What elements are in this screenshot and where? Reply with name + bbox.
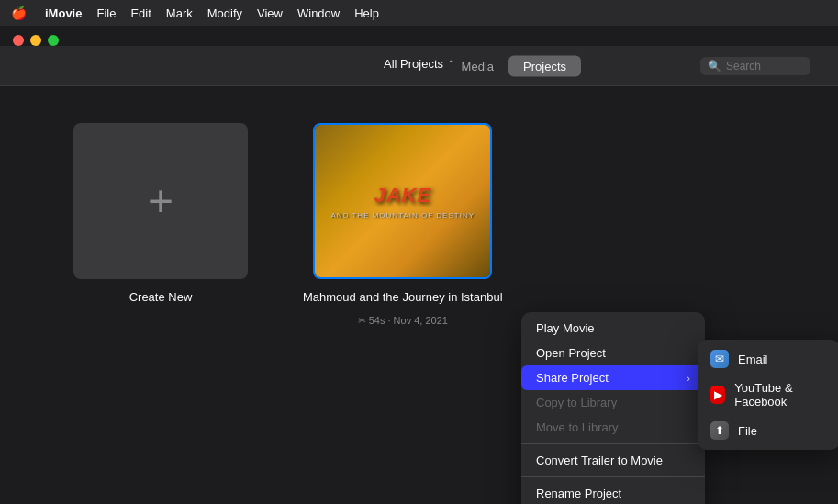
project-meta: ✂ 54s · Nov 4, 2021 [358, 315, 448, 327]
ctx-move-to-library: Move to Library [521, 415, 705, 440]
menu-window[interactable]: Window [297, 6, 340, 20]
menu-bar: 🍎 iMovie File Edit Mark Modify View Wind… [0, 0, 838, 26]
menu-help[interactable]: Help [354, 6, 379, 20]
search-icon: 🔍 [708, 60, 721, 73]
menu-file[interactable]: File [96, 6, 116, 20]
file-icon: ⬆ [710, 421, 729, 440]
plus-icon: + [148, 179, 173, 223]
submenu-youtube-facebook-label: YouTube & Facebook [734, 381, 827, 409]
all-projects-dropdown[interactable]: All Projects ⌃ [384, 57, 454, 71]
apple-menu[interactable]: 🍎 [11, 6, 27, 20]
traffic-lights [13, 35, 838, 46]
project-card[interactable]: JAKE AND THE MOUNTAIN OF DESTINY Mahmoud… [303, 123, 503, 327]
search-box: 🔍 [700, 57, 810, 75]
ctx-rename-project-label: Rename Project [536, 487, 621, 500]
app-name: iMovie [45, 6, 82, 20]
submenu-youtube-facebook[interactable]: ▶ YouTube & Facebook [698, 375, 838, 415]
ctx-convert-trailer-label: Convert Trailer to Movie [536, 454, 663, 467]
toolbar-tabs: Media Projects [447, 55, 581, 76]
ctx-share-project-label: Share Project [536, 371, 609, 385]
create-new-label: Create New [129, 290, 193, 304]
youtube-icon: ▶ [710, 386, 725, 404]
project-thumbnail: JAKE AND THE MOUNTAIN OF DESTINY [313, 123, 492, 279]
ctx-convert-trailer[interactable]: Convert Trailer to Movie [521, 448, 705, 473]
close-button[interactable] [13, 35, 24, 46]
ctx-open-project-label: Open Project [536, 346, 606, 360]
email-icon: ✉ [710, 350, 729, 368]
ctx-move-to-library-label: Move to Library [536, 420, 619, 434]
ctx-play-movie-label: Play Movie [536, 321, 595, 335]
minimize-button[interactable] [30, 35, 41, 46]
ctx-separator-1 [521, 443, 705, 444]
maximize-button[interactable] [48, 35, 59, 46]
submenu-file-label: File [738, 424, 757, 438]
submenu-email-label: Email [738, 353, 768, 366]
toolbar: All Projects ⌃ Media Projects 🔍 [0, 46, 838, 86]
submenu-file[interactable]: ⬆ File [698, 415, 838, 446]
ctx-play-movie[interactable]: Play Movie [521, 316, 705, 341]
submenu: ✉ Email ▶ YouTube & Facebook ⬆ File [698, 340, 838, 450]
ctx-rename-project[interactable]: Rename Project [521, 481, 705, 504]
submenu-arrow-icon: › [687, 373, 690, 384]
thumb-subtitle: AND THE MOUNTAIN OF DESTINY [331, 211, 475, 219]
thumbnail-bg: JAKE AND THE MOUNTAIN OF DESTINY [315, 125, 490, 277]
submenu-email[interactable]: ✉ Email [698, 343, 838, 375]
menu-edit[interactable]: Edit [130, 6, 151, 20]
ctx-open-project[interactable]: Open Project [521, 341, 705, 365]
search-input[interactable] [726, 60, 809, 73]
project-title-label: Mahmoud and the Journey in Istanbul [303, 290, 503, 304]
ctx-copy-to-library-label: Copy to Library [536, 396, 617, 409]
create-new-box: + [73, 123, 248, 279]
create-new-card[interactable]: + Create New [73, 123, 248, 304]
ctx-copy-to-library: Copy to Library [521, 390, 705, 415]
tab-projects[interactable]: Projects [508, 55, 581, 76]
main-area: + Create New JAKE AND THE MOUNTAIN OF DE… [0, 86, 838, 364]
menu-modify[interactable]: Modify [207, 6, 242, 20]
tab-media[interactable]: Media [447, 55, 508, 76]
all-projects-label: All Projects [384, 57, 443, 71]
ctx-separator-2 [521, 476, 705, 477]
context-menu: Play Movie Open Project Share Project › … [521, 312, 705, 504]
menu-view[interactable]: View [257, 6, 283, 20]
menu-mark[interactable]: Mark [166, 6, 193, 20]
thumb-title: JAKE [374, 184, 431, 207]
ctx-share-project[interactable]: Share Project › [521, 365, 705, 390]
